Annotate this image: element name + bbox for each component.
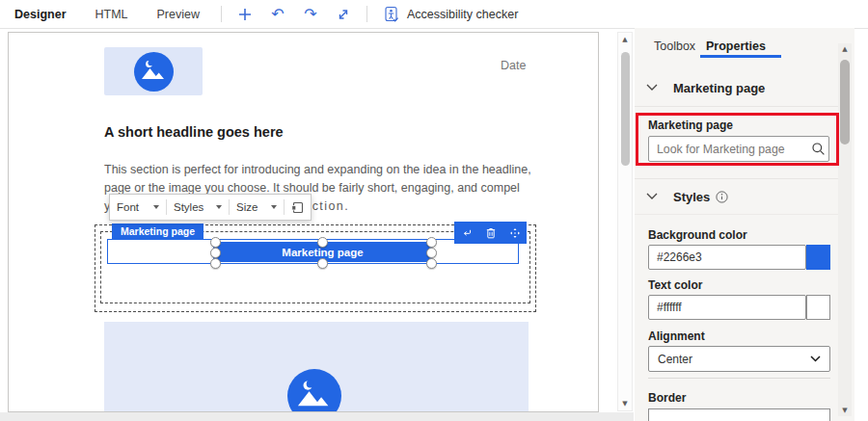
- add-button[interactable]: [229, 0, 261, 28]
- redo-button[interactable]: ↷: [294, 0, 327, 28]
- section-divider: [635, 178, 838, 179]
- section-divider: [648, 378, 830, 379]
- image-placeholder-icon: [287, 369, 341, 412]
- move-element-button[interactable]: [504, 222, 526, 244]
- background-color-swatch[interactable]: [806, 245, 830, 270]
- resize-handle-top-right[interactable]: [426, 237, 437, 248]
- section-divider: [635, 214, 838, 215]
- tab-html[interactable]: HTML: [81, 0, 143, 28]
- tab-designer[interactable]: Designer: [0, 0, 81, 28]
- chevron-down-icon: [216, 205, 222, 209]
- chevron-down-icon: [810, 355, 821, 362]
- border-input[interactable]: [648, 408, 830, 421]
- top-toolbar: Designer HTML Preview ↶ ↷ Accessibility …: [0, 0, 868, 29]
- scroll-up-arrow[interactable]: ▲: [618, 35, 632, 44]
- canvas-scrollbar-thumb[interactable]: [621, 52, 630, 166]
- text-color-label: Text color: [648, 278, 702, 292]
- plus-icon: [238, 8, 252, 21]
- personalization-button[interactable]: [285, 195, 311, 220]
- body-line: This section is perfect for introducing …: [104, 161, 557, 179]
- accessibility-checker-icon: [384, 6, 399, 23]
- section-divider: [635, 106, 838, 107]
- resize-handle-mid-left[interactable]: [210, 248, 221, 258]
- undo-icon: ↶: [271, 7, 284, 22]
- text-color-swatch[interactable]: [806, 295, 830, 320]
- collapse-marketing-page-section[interactable]: [646, 84, 658, 91]
- active-tab-underline: [700, 55, 781, 58]
- resize-diagonal-icon: [337, 8, 350, 21]
- logo-image-block[interactable]: [104, 47, 203, 95]
- format-toolbar: Font Styles Size: [109, 194, 312, 221]
- accessibility-checker-label: Accessibility checker: [407, 8, 518, 21]
- resize-handle-bottom-right[interactable]: [426, 258, 437, 269]
- return-arrow-icon: [462, 227, 472, 239]
- tab-toolbox[interactable]: Toolbox: [654, 39, 695, 53]
- styles-section-title[interactable]: Styles: [673, 190, 710, 204]
- chevron-down-icon: [271, 205, 277, 209]
- design-canvas[interactable]: Date A short headline goes here This sec…: [8, 32, 599, 412]
- scroll-down-arrow[interactable]: ▼: [618, 399, 632, 408]
- collapse-styles-section[interactable]: [646, 193, 658, 199]
- toolbar-separator: [221, 6, 222, 22]
- alignment-label: Alignment: [648, 329, 705, 343]
- element-action-toolbar: [454, 222, 527, 244]
- scroll-up-arrow[interactable]: ▲: [838, 44, 852, 54]
- accessibility-checker-button[interactable]: Accessibility checker: [374, 0, 528, 28]
- resize-handle-bottom-left[interactable]: [210, 258, 221, 269]
- date-placeholder[interactable]: Date: [501, 59, 526, 72]
- select-parent-button[interactable]: [456, 222, 477, 244]
- designer-screen: Designer HTML Preview ↶ ↷ Accessibility …: [0, 0, 868, 421]
- horizontal-scroll-strip: [0, 412, 634, 421]
- selected-element-tag: Marketing page: [112, 224, 203, 240]
- toolbar-separator: [366, 6, 367, 22]
- image-placeholder-icon: [134, 52, 174, 92]
- size-dropdown-label: Size: [236, 201, 258, 213]
- properties-panel: Toolbox Properties Marketing page Market…: [635, 28, 854, 421]
- alignment-select[interactable]: Center: [648, 346, 830, 372]
- background-color-input[interactable]: [648, 245, 806, 270]
- text-color-input[interactable]: [648, 295, 806, 320]
- marketing-page-section-title[interactable]: Marketing page: [673, 81, 765, 95]
- size-dropdown[interactable]: Size: [230, 195, 284, 220]
- scroll-down-arrow[interactable]: ▼: [838, 406, 852, 415]
- headline-text[interactable]: A short headline goes here: [104, 124, 284, 140]
- undo-button[interactable]: ↶: [261, 0, 294, 28]
- border-label: Border: [648, 391, 686, 405]
- panel-scrollbar-thumb[interactable]: [840, 60, 850, 145]
- move-icon: [510, 226, 520, 240]
- trash-icon: [486, 226, 496, 240]
- alignment-selected-value: Center: [658, 353, 692, 366]
- resize-handle-top-left[interactable]: [210, 237, 221, 248]
- redo-icon: ↷: [304, 7, 316, 22]
- red-highlight-box: [636, 113, 839, 166]
- panel-scrollbar[interactable]: ▲ ▼: [838, 43, 852, 416]
- personalization-icon: [291, 201, 304, 214]
- chevron-down-icon: [646, 84, 658, 91]
- info-icon[interactable]: [716, 191, 728, 203]
- chevron-down-icon: [646, 193, 658, 199]
- delete-element-button[interactable]: [480, 222, 502, 244]
- font-dropdown-label: Font: [117, 201, 139, 213]
- resize-handle-top-center[interactable]: [317, 237, 328, 248]
- resize-button[interactable]: [327, 0, 360, 28]
- tab-preview[interactable]: Preview: [143, 0, 214, 28]
- styles-dropdown-label: Styles: [174, 201, 203, 213]
- chevron-down-icon: [153, 205, 159, 209]
- font-dropdown[interactable]: Font: [110, 195, 166, 220]
- styles-dropdown[interactable]: Styles: [167, 195, 229, 220]
- background-color-label: Background color: [648, 228, 747, 242]
- resize-handle-bottom-center[interactable]: [317, 258, 328, 269]
- resize-handle-mid-right[interactable]: [426, 248, 437, 258]
- canvas-scrollbar[interactable]: ▲ ▼: [617, 32, 633, 411]
- tab-properties[interactable]: Properties: [706, 39, 766, 53]
